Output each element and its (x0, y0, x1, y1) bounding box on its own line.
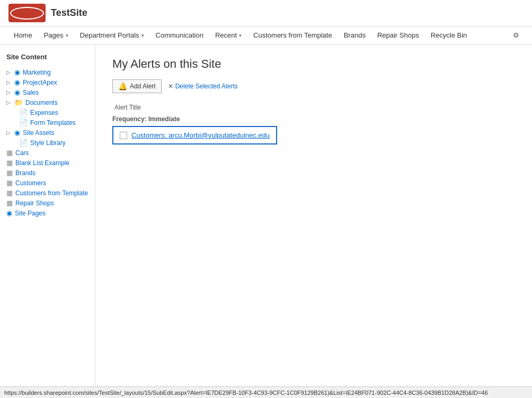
nav-communication[interactable]: Communication (150, 26, 209, 44)
delete-alerts-label: Delete Selected Alerts (175, 83, 238, 90)
page-title: My Alerts on this Site (112, 57, 515, 71)
alert-toolbar: 🔔 Add Alert ✕ Delete Selected Alerts (112, 79, 515, 93)
nav-brands[interactable]: Brands (339, 26, 371, 44)
main-content: My Alerts on this Site 🔔 Add Alert ✕ Del… (95, 44, 532, 398)
nav-home[interactable]: Home (8, 26, 38, 44)
expand-arrow: ▷ (6, 69, 11, 75)
alert-title-header: Alert Title (112, 104, 515, 111)
expand-arrow: ▷ (6, 130, 11, 135)
sidebar-item-customers-from-template[interactable]: ▦ Customers from Template (4, 188, 91, 198)
expand-arrow: ▷ (6, 89, 11, 95)
nav-customers-from-template[interactable]: Customers from Template (248, 26, 338, 44)
logo-image (8, 4, 46, 22)
logo-area: TestSite (8, 4, 87, 22)
sidebar-item-sales[interactable]: ▷ ◉ Sales (4, 87, 91, 97)
blank-list-icon: ▦ (6, 159, 13, 167)
cars-icon: ▦ (6, 149, 13, 157)
site-title: TestSite (51, 7, 87, 19)
frequency-header: Frequency: Immediate (112, 115, 515, 123)
sidebar-item-documents[interactable]: ▷ 📁 Documents (4, 97, 91, 107)
delete-icon: ✕ (168, 83, 173, 90)
sidebar-item-projectapex[interactable]: ▷ ◉ ProjectApex (4, 77, 91, 87)
alert-table-area: Alert Title Frequency: Immediate Custome… (112, 104, 515, 144)
sidebar-item-repair-shops[interactable]: ▦ Repair Shops (4, 198, 91, 208)
sidebar-item-site-pages[interactable]: ◉ Site Pages (4, 208, 91, 218)
sidebar-item-customers[interactable]: ▦ Customers (4, 178, 91, 188)
nav-settings-icon[interactable]: ⚙ (509, 31, 524, 39)
nav-recent-arrow: ▾ (239, 33, 242, 38)
marketing-icon: ◉ (14, 68, 20, 76)
alert-link[interactable]: Customers: arcu.Morbi@vulputateduinec.ed… (131, 131, 270, 139)
expand-arrow: ▷ (6, 79, 11, 85)
site-assets-icon: ◉ (14, 129, 20, 137)
alert-row-container: Customers: arcu.Morbi@vulputateduinec.ed… (112, 126, 277, 144)
main-nav: Home Pages ▾ Department Portals ▾ Commun… (0, 26, 532, 44)
top-bar: TestSite (0, 0, 532, 26)
sidebar-item-cars[interactable]: ▦ Cars (4, 148, 91, 158)
app-layout: Site Content ▷ ◉ Marketing ▷ ◉ ProjectAp… (0, 44, 532, 398)
form-templates-icon: 📄 (19, 119, 28, 126)
brands-icon: ▦ (6, 169, 13, 177)
nav-repair-shops[interactable]: Repair Shops (372, 26, 424, 44)
delete-selected-alerts-link[interactable]: ✕ Delete Selected Alerts (168, 83, 238, 90)
expand-arrow: ▷ (6, 100, 11, 105)
customers-icon: ▦ (6, 179, 13, 187)
nav-department-portals[interactable]: Department Portals ▾ (75, 26, 149, 44)
add-alert-button[interactable]: 🔔 Add Alert (112, 79, 162, 93)
sidebar-item-style-library[interactable]: 📄 Style Library (17, 138, 91, 148)
sidebar-item-brands[interactable]: ▦ Brands (4, 168, 91, 178)
site-pages-icon: ◉ (6, 209, 12, 217)
projectapex-icon: ◉ (14, 78, 20, 86)
expenses-icon: 📄 (19, 108, 28, 116)
nav-dept-arrow: ▾ (141, 33, 144, 38)
nav-recent[interactable]: Recent ▾ (210, 26, 247, 44)
sidebar: Site Content ▷ ◉ Marketing ▷ ◉ ProjectAp… (0, 44, 95, 398)
add-alert-icon: 🔔 (118, 82, 127, 91)
sidebar-item-marketing[interactable]: ▷ ◉ Marketing (4, 67, 91, 77)
customers-from-template-icon: ▦ (6, 189, 13, 197)
nav-pages[interactable]: Pages ▾ (39, 26, 74, 44)
alert-row-checkbox[interactable] (120, 132, 127, 139)
add-alert-label: Add Alert (130, 83, 156, 90)
sidebar-item-site-assets[interactable]: ▷ ◉ Site Assets (4, 128, 91, 138)
sidebar-item-form-templates[interactable]: 📄 Form Templates (17, 117, 91, 128)
sidebar-item-expenses[interactable]: 📄 Expenses (17, 107, 91, 117)
documents-icon: 📁 (14, 98, 23, 106)
nav-recycle-bin[interactable]: Recycle Bin (425, 26, 473, 44)
style-library-icon: 📄 (19, 139, 28, 147)
sidebar-title: Site Content (4, 53, 91, 61)
status-url: https://builders.sharepoint.com/sites/Te… (4, 390, 488, 396)
sidebar-item-blank-list-example[interactable]: ▦ Blank List Example (4, 158, 91, 168)
status-bar: https://builders.sharepoint.com/sites/Te… (0, 386, 532, 398)
nav-pages-arrow: ▾ (66, 33, 68, 38)
sales-icon: ◉ (14, 88, 20, 96)
repair-shops-icon: ▦ (6, 199, 13, 207)
alert-row: Customers: arcu.Morbi@vulputateduinec.ed… (114, 128, 275, 142)
